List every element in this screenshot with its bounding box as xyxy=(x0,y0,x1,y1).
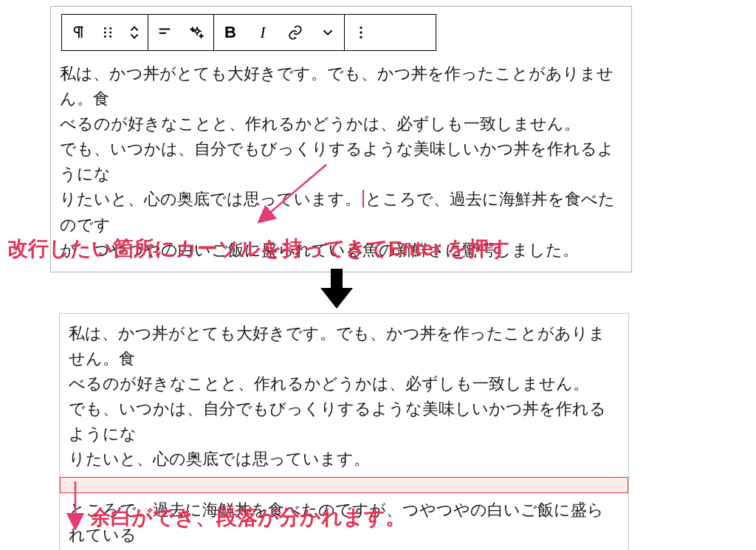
text-line: べるのが好きなことと、作れるかどうかは、必ずしも一致しません。 xyxy=(60,114,580,133)
paragraph-icon[interactable] xyxy=(62,15,94,50)
toolbar-group-align xyxy=(148,15,214,50)
sparkle-icon[interactable] xyxy=(181,15,213,50)
text-cursor xyxy=(362,190,364,207)
block-toolbar: B I xyxy=(61,14,436,51)
editor-block: B I 私は、かつ丼がとても大好きです。でも、かつ丼を作ったことがありません。食… xyxy=(50,6,632,272)
toolbar-group-format: B I xyxy=(214,15,345,50)
svg-point-4 xyxy=(104,35,106,38)
text-line: 私は、かつ丼がとても大好きです。でも、かつ丼を作ったことがありません。食 xyxy=(69,324,605,368)
align-icon[interactable] xyxy=(148,15,181,50)
svg-point-5 xyxy=(109,35,111,38)
svg-point-3 xyxy=(109,32,111,34)
paragraph-gap-highlight xyxy=(60,477,628,493)
svg-point-10 xyxy=(360,36,362,38)
instruction-text-top: 改行したい箇所にカーソルを持ってきてEnter を押す xyxy=(7,235,510,263)
text-line: でも、いつかは、自分でもびっくりするような美味しいかつ丼を作れるようにな xyxy=(60,140,614,183)
chevron-down-icon[interactable] xyxy=(312,15,344,50)
svg-point-2 xyxy=(104,32,106,34)
text-line: でも、いつかは、自分でもびっくりするような美味しいかつ丼を作れるようにな xyxy=(69,399,606,443)
text-line: べるのが好きなことと、作れるかどうかは、必ずしも一致しません。 xyxy=(69,374,589,393)
svg-point-0 xyxy=(104,27,106,30)
italic-button[interactable]: I xyxy=(247,15,279,50)
instruction-text-bottom: 余白ができ、段落が分かれます。 xyxy=(90,503,406,532)
link-icon[interactable] xyxy=(279,15,312,50)
more-options-icon[interactable] xyxy=(345,15,377,50)
svg-point-1 xyxy=(109,27,111,30)
result-paragraph-1[interactable]: 私は、かつ丼がとても大好きです。でも、かつ丼を作ったことがありません。食 べるの… xyxy=(60,314,628,477)
bold-button[interactable]: B xyxy=(214,15,247,50)
drag-handle-icon[interactable] xyxy=(94,15,121,50)
down-arrow-icon xyxy=(319,269,354,309)
text-line: りたいと、心の奥底では思っています。 xyxy=(60,190,361,208)
move-updown-icon[interactable] xyxy=(121,15,148,50)
text-line: りたいと、心の奥底では思っています。 xyxy=(69,450,370,468)
svg-point-8 xyxy=(360,27,362,29)
text-line: 私は、かつ丼がとても大好きです。でも、かつ丼を作ったことがありません。食 xyxy=(60,64,614,108)
toolbar-group-block xyxy=(62,15,148,50)
toolbar-group-more xyxy=(345,15,377,50)
svg-point-9 xyxy=(360,31,362,33)
